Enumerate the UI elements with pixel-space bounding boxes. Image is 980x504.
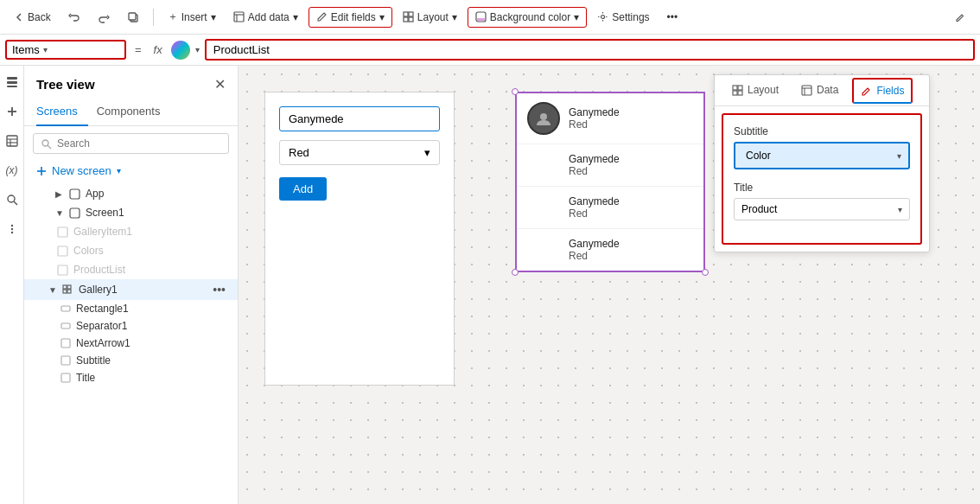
- layout-chevron: ▾: [452, 11, 457, 23]
- icon-sidebar: (x): [0, 66, 24, 504]
- gallery-panel: Ganymede Red Ganymede Red: [515, 92, 705, 272]
- subtitle-value: Color: [742, 148, 774, 163]
- gallery-row-3: Ganymede Red: [517, 229, 703, 271]
- gallery1-more-icon[interactable]: •••: [213, 283, 226, 297]
- handle-br: [702, 269, 709, 276]
- name-box[interactable]: Items ▾: [5, 40, 126, 60]
- separator-1: [153, 9, 154, 26]
- layout-icon: [403, 11, 414, 22]
- nextarrow1-label: NextArrow1: [76, 337, 130, 349]
- sidebar-table-icon[interactable]: [3, 131, 22, 150]
- tree-item-screen1[interactable]: ▼ Screen1: [24, 203, 238, 222]
- settings-label: Settings: [612, 11, 649, 23]
- tab-data[interactable]: Data: [792, 75, 847, 106]
- tab-screens[interactable]: Screens: [36, 99, 88, 126]
- sidebar-more-icon[interactable]: [3, 220, 22, 239]
- svg-rect-12: [7, 77, 17, 80]
- nextarrow1-icon: [60, 338, 71, 348]
- rectangle1-icon: [60, 303, 71, 314]
- equals-sign: =: [131, 43, 145, 56]
- more-button[interactable]: •••: [660, 8, 685, 27]
- edit-fields-button[interactable]: Edit fields ▾: [309, 7, 392, 28]
- gallery-text-3: Ganymede Red: [527, 238, 620, 262]
- search-input[interactable]: [57, 137, 221, 150]
- svg-point-44: [540, 113, 547, 120]
- fields-tab-icon: [861, 86, 872, 97]
- gallery-sub-3: Red: [569, 250, 620, 262]
- screen1-label: Screen1: [86, 207, 124, 219]
- svg-rect-7: [404, 17, 408, 22]
- tab-fields[interactable]: Fields: [852, 78, 913, 104]
- subtitle-chevron-icon: ▾: [897, 151, 901, 161]
- add-data-label: Add data: [248, 11, 290, 23]
- insert-button[interactable]: ＋ Insert ▾: [161, 6, 223, 28]
- formula-color-icon: [171, 41, 190, 60]
- tree-close-button[interactable]: ✕: [214, 76, 226, 93]
- redo-button[interactable]: [91, 8, 117, 27]
- undo-button[interactable]: [61, 8, 87, 27]
- pen-button[interactable]: [948, 8, 973, 26]
- colors-label: Colors: [73, 245, 104, 257]
- sidebar-variable-icon[interactable]: (x): [3, 161, 22, 180]
- settings-button[interactable]: Settings: [590, 8, 656, 27]
- tree-panel: Tree view ✕ Screens Components New scree…: [24, 66, 239, 504]
- edit-fields-icon: [316, 11, 328, 22]
- add-button[interactable]: Add: [279, 177, 327, 201]
- handle-tl: [512, 88, 519, 95]
- sidebar-add-icon[interactable]: [3, 102, 22, 121]
- add-data-button[interactable]: Add data ▾: [226, 8, 305, 27]
- title-field-label: Title: [734, 182, 910, 194]
- gallery1-label: Gallery1: [79, 284, 118, 296]
- formula-input[interactable]: [205, 39, 975, 61]
- tree-item-rectangle1[interactable]: Rectangle1: [24, 300, 238, 317]
- layout-label: Layout: [417, 11, 449, 23]
- screen1-chevron-icon: ▼: [55, 208, 64, 218]
- fx-label: fx: [150, 43, 166, 56]
- copy-button[interactable]: [120, 8, 146, 27]
- app-dropdown[interactable]: Red ▾: [279, 140, 440, 165]
- svg-rect-36: [67, 285, 71, 289]
- sidebar-search-icon[interactable]: [3, 190, 22, 209]
- gallery1-icon: [62, 284, 73, 296]
- sidebar-layers-icon[interactable]: [3, 73, 22, 92]
- app-text-input[interactable]: [279, 106, 440, 131]
- svg-rect-14: [7, 86, 17, 87]
- tab-layout[interactable]: Layout: [723, 75, 787, 106]
- tree-items: ▶ App ▼ Screen1 GalleryItem1 Colors: [24, 184, 238, 504]
- formula-dropdown-chevron: ▾: [195, 45, 200, 54]
- subtitle-field-group: Subtitle Color ▾: [734, 125, 910, 169]
- title-icon: [60, 373, 71, 383]
- back-button[interactable]: Back: [7, 8, 58, 27]
- colors-icon: [57, 246, 68, 257]
- layout-tab-label: Layout: [748, 84, 779, 96]
- tree-item-subtitle[interactable]: Subtitle: [24, 352, 238, 369]
- app-chevron-icon: ▶: [55, 189, 64, 199]
- tree-item-colors[interactable]: Colors: [24, 241, 238, 260]
- svg-rect-1: [129, 13, 136, 20]
- tab-components[interactable]: Components: [97, 99, 171, 126]
- undo-icon: [68, 11, 80, 23]
- tree-item-galleryitem1[interactable]: GalleryItem1: [24, 222, 238, 241]
- svg-rect-49: [802, 86, 811, 95]
- tree-item-nextarrow1[interactable]: NextArrow1: [24, 335, 238, 352]
- tree-item-app[interactable]: ▶ App: [24, 184, 238, 203]
- title-dropdown[interactable]: Product ▾: [734, 198, 910, 220]
- svg-rect-38: [67, 290, 71, 293]
- search-box[interactable]: [33, 133, 229, 154]
- gallery-name-1: Ganymede: [569, 153, 620, 165]
- separator1-label: Separator1: [76, 320, 127, 332]
- tree-item-separator1[interactable]: Separator1: [24, 317, 238, 335]
- background-color-button[interactable]: Background color ▾: [468, 7, 587, 28]
- tree-item-title[interactable]: Title: [24, 369, 238, 386]
- tree-item-productlist[interactable]: ProductList: [24, 260, 238, 279]
- gallery-sub-0: Red: [569, 118, 620, 131]
- app-preview: Red ▾ Add: [264, 92, 455, 386]
- subtitle-dropdown[interactable]: Color ▾: [734, 142, 910, 169]
- new-screen-button[interactable]: New screen ▾: [24, 161, 238, 184]
- tree-item-gallery1[interactable]: ▼ Gallery1 •••: [24, 279, 238, 300]
- gallery-sub-2: Red: [569, 207, 620, 220]
- gallery-text-1: Ganymede Red: [527, 153, 620, 177]
- layout-button[interactable]: Layout ▾: [396, 8, 464, 27]
- bg-color-icon: [475, 11, 487, 22]
- search-icon: [41, 138, 52, 150]
